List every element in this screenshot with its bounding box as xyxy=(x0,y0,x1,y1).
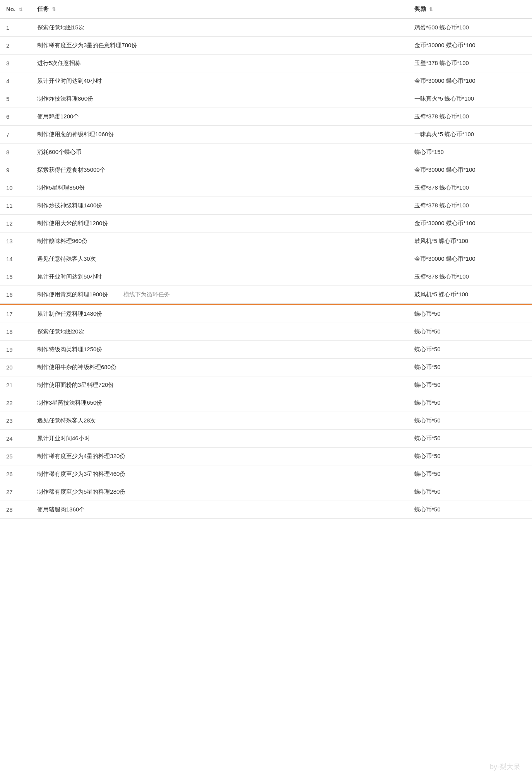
cell-reward: 金币*30000 蝶心币*100 xyxy=(408,37,532,55)
cell-reward: 金币*30000 蝶心币*100 xyxy=(408,215,532,233)
cell-no: 12 xyxy=(0,215,31,233)
cell-task: 使用鸡蛋1200个 xyxy=(31,108,408,126)
table-row: 12制作使用大米的料理1280份金币*30000 蝶心币*100 xyxy=(0,215,532,233)
cell-no: 5 xyxy=(0,90,31,108)
table-row: 20制作使用牛杂的神级料理680份蝶心币*50 xyxy=(0,359,532,376)
cell-no: 25 xyxy=(0,448,31,465)
table-row: 10制作5星料理850份玉璧*378 蝶心币*100 xyxy=(0,179,532,197)
cell-task: 制作特级肉类料理1250份 xyxy=(31,341,408,359)
cell-task: 制作3星蒸技法料理650份 xyxy=(31,394,408,412)
cell-reward: 蝶心币*50 xyxy=(408,394,532,412)
cell-task: 遇见任意特殊客人30次 xyxy=(31,250,408,268)
cell-reward: 玉璧*378 蝶心币*100 xyxy=(408,108,532,126)
table-row: 8消耗600个蝶心币蝶心币*150 xyxy=(0,144,532,161)
table-row: 23遇见任意特殊客人28次蝶心币*50 xyxy=(0,412,532,430)
cell-no: 15 xyxy=(0,268,31,286)
cell-reward: 玉璧*378 蝶心币*100 xyxy=(408,268,532,286)
cell-no: 11 xyxy=(0,197,31,215)
cell-reward: 鼓风机*5 蝶心币*100 xyxy=(408,286,532,304)
cell-no: 14 xyxy=(0,250,31,268)
cell-reward: 玉璧*378 蝶心币*100 xyxy=(408,179,532,197)
table-row: 21制作使用面粉的3星料理720份蝶心币*50 xyxy=(0,376,532,394)
cell-no: 10 xyxy=(0,179,31,197)
table-row: 28使用猪腿肉1360个蝶心币*50 xyxy=(0,501,532,519)
cell-task: 探索任意地图20次 xyxy=(31,323,408,341)
cell-no: 3 xyxy=(0,55,31,72)
cell-task: 制作稀有度至少为4星的料理320份 xyxy=(31,448,408,465)
header-reward[interactable]: 奖励 ⇅ xyxy=(408,0,532,19)
cell-reward: 蝶心币*50 xyxy=(408,412,532,430)
cell-task: 累计制作任意料理1480份 xyxy=(31,305,408,323)
table-row: 7制作使用葱的神级料理1060份一昧真火*5 蝶心币*100 xyxy=(0,126,532,144)
table-row: 22制作3星蒸技法料理650份蝶心币*50 xyxy=(0,394,532,412)
header-task[interactable]: 任务 ⇅ xyxy=(31,0,408,19)
cell-no: 23 xyxy=(0,412,31,430)
cell-reward: 玉璧*378 蝶心币*100 xyxy=(408,197,532,215)
cell-no: 28 xyxy=(0,501,31,519)
table-row: 13制作酸味料理960份鼓风机*5 蝶心币*100 xyxy=(0,233,532,250)
cycle-note-text: 横线下为循环任务 xyxy=(123,291,170,298)
task-table: No. ⇅ 任务 ⇅ 奖励 ⇅ 1探索任意地图15次鸡蛋*600 蝶心币*100… xyxy=(0,0,532,519)
table-body: 1探索任意地图15次鸡蛋*600 蝶心币*1002制作稀有度至少为3星的任意料理… xyxy=(0,19,532,519)
cell-task: 进行5次任意招募 xyxy=(31,55,408,72)
sort-icon-no: ⇅ xyxy=(19,7,22,12)
table-row: 2制作稀有度至少为3星的任意料理780份金币*30000 蝶心币*100 xyxy=(0,37,532,55)
cell-reward: 蝶心币*50 xyxy=(408,323,532,341)
cell-no: 2 xyxy=(0,37,31,55)
cell-no: 4 xyxy=(0,72,31,90)
cell-task: 制作使用青菜的料理1900份横线下为循环任务 xyxy=(31,286,408,304)
cell-task: 制作稀有度至少为3星的任意料理780份 xyxy=(31,37,408,55)
cell-reward: 蝶心币*150 xyxy=(408,144,532,161)
cell-no: 7 xyxy=(0,126,31,144)
cell-task: 制作炒技神级料理1400份 xyxy=(31,197,408,215)
cell-no: 13 xyxy=(0,233,31,250)
cell-reward: 鼓风机*5 蝶心币*100 xyxy=(408,233,532,250)
cell-task: 探索获得任意食材35000个 xyxy=(31,161,408,179)
cell-no: 27 xyxy=(0,483,31,501)
header-no[interactable]: No. ⇅ xyxy=(0,0,31,19)
cell-task: 累计开业时间46小时 xyxy=(31,430,408,448)
cell-reward: 一昧真火*5 蝶心币*100 xyxy=(408,90,532,108)
table-header: No. ⇅ 任务 ⇅ 奖励 ⇅ xyxy=(0,0,532,19)
cell-task: 制作使用面粉的3星料理720份 xyxy=(31,376,408,394)
cell-task: 累计开业时间达到40小时 xyxy=(31,72,408,90)
cell-reward: 蝶心币*50 xyxy=(408,305,532,323)
table-row: 18探索任意地图20次蝶心币*50 xyxy=(0,323,532,341)
cell-no: 26 xyxy=(0,465,31,483)
cell-no: 1 xyxy=(0,19,31,37)
cell-reward: 鸡蛋*600 蝶心币*100 xyxy=(408,19,532,37)
cell-task: 制作使用葱的神级料理1060份 xyxy=(31,126,408,144)
cell-task: 探索任意地图15次 xyxy=(31,19,408,37)
cell-task: 累计开业时间达到50小时 xyxy=(31,268,408,286)
cell-no: 18 xyxy=(0,323,31,341)
cell-no: 19 xyxy=(0,341,31,359)
cell-task: 消耗600个蝶心币 xyxy=(31,144,408,161)
cell-no: 22 xyxy=(0,394,31,412)
cell-task: 制作使用大米的料理1280份 xyxy=(31,215,408,233)
cell-task: 制作稀有度至少为3星的料理460份 xyxy=(31,465,408,483)
cell-reward: 一昧真火*5 蝶心币*100 xyxy=(408,126,532,144)
cell-reward: 蝶心币*50 xyxy=(408,501,532,519)
table-row: 6使用鸡蛋1200个玉璧*378 蝶心币*100 xyxy=(0,108,532,126)
sort-icon-reward: ⇅ xyxy=(429,7,433,12)
table-row: 26制作稀有度至少为3星的料理460份蝶心币*50 xyxy=(0,465,532,483)
table-row: 27制作稀有度至少为5星的料理280份蝶心币*50 xyxy=(0,483,532,501)
table-row: 24累计开业时间46小时蝶心币*50 xyxy=(0,430,532,448)
cell-task: 遇见任意特殊客人28次 xyxy=(31,412,408,430)
table-row: 9探索获得任意食材35000个金币*30000 蝶心币*100 xyxy=(0,161,532,179)
cell-no: 20 xyxy=(0,359,31,376)
table-row: 15累计开业时间达到50小时玉璧*378 蝶心币*100 xyxy=(0,268,532,286)
cell-reward: 金币*30000 蝶心币*100 xyxy=(408,161,532,179)
cell-reward: 玉璧*378 蝶心币*100 xyxy=(408,55,532,72)
cell-reward: 蝶心币*50 xyxy=(408,483,532,501)
table-row: 11制作炒技神级料理1400份玉璧*378 蝶心币*100 xyxy=(0,197,532,215)
table-row: 4累计开业时间达到40小时金币*30000 蝶心币*100 xyxy=(0,72,532,90)
table-row: 16制作使用青菜的料理1900份横线下为循环任务鼓风机*5 蝶心币*100 xyxy=(0,286,532,304)
table-row: 25制作稀有度至少为4星的料理320份蝶心币*50 xyxy=(0,448,532,465)
cell-reward: 蝶心币*50 xyxy=(408,465,532,483)
cell-no: 6 xyxy=(0,108,31,126)
cell-reward: 蝶心币*50 xyxy=(408,448,532,465)
table-container: No. ⇅ 任务 ⇅ 奖励 ⇅ 1探索任意地图15次鸡蛋*600 蝶心币*100… xyxy=(0,0,532,519)
cell-no: 24 xyxy=(0,430,31,448)
table-row: 19制作特级肉类料理1250份蝶心币*50 xyxy=(0,341,532,359)
